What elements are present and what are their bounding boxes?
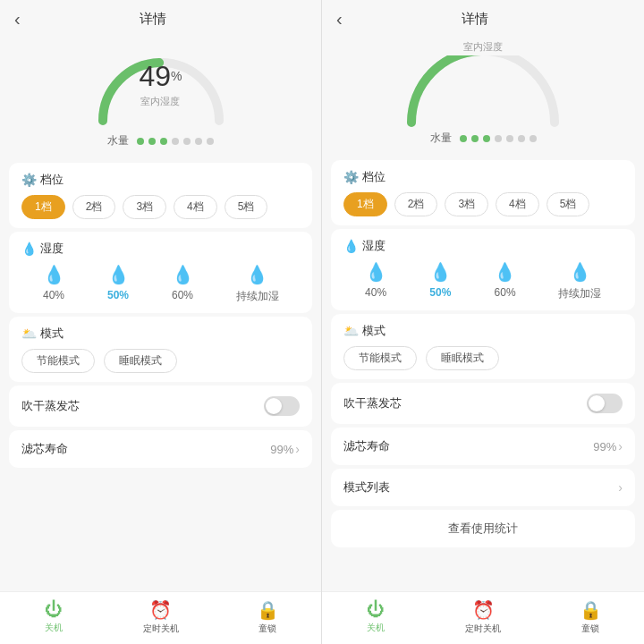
right-lock-icon: 🔒 [580,599,602,621]
right-filter-value-group: 99% › [593,439,623,453]
left-dot-5 [183,138,191,145]
left-hum-pct-60: 60% [172,289,193,301]
left-hum-40[interactable]: 💧 40% [43,264,65,304]
right-dot-3 [483,135,490,142]
right-mode-sleep[interactable]: 睡眠模式 [426,346,499,370]
right-hum-60[interactable]: 💧 60% [494,261,516,301]
right-dry-evap-toggle[interactable] [587,394,623,413]
left-hum-50[interactable]: 💧 50% [107,264,130,304]
left-bottom-nav: ⏻ 关机 ⏰ 定时关机 🔒 童锁 [0,591,321,644]
right-humidity-title: 💧 湿度 [343,238,623,254]
right-nav-lock-label: 童锁 [581,623,599,635]
left-hum-cont[interactable]: 💧 持续加湿 [236,264,279,304]
right-gear-btn-3[interactable]: 3档 [445,192,488,216]
left-hum-drop-50: 💧 [107,264,130,285]
left-gear-btn-5[interactable]: 5档 [225,195,268,219]
left-timer-icon: ⏰ [149,599,172,621]
right-power-icon: ⏻ [367,599,385,620]
right-dot-6 [518,135,525,142]
right-hum-40[interactable]: 💧 40% [365,261,387,301]
right-dot-1 [460,135,467,142]
left-nav-lock[interactable]: 🔒 童锁 [214,599,321,635]
right-back-button[interactable]: ‹ [336,9,343,30]
right-hum-50[interactable]: 💧 50% [429,261,452,301]
right-humidity-label: 湿度 [362,238,386,254]
left-panel: ‹ 详情 49% 室内湿度 水量 ⚙️ [0,0,322,644]
left-hum-pct-cont: 持续加湿 [236,289,279,304]
left-humidity-title: 💧 湿度 [21,241,300,257]
right-nav-timer[interactable]: ⏰ 定时关机 [429,599,537,635]
left-gear-btn-4[interactable]: 4档 [174,195,217,219]
right-nav-power[interactable]: ⏻ 关机 [322,599,429,635]
right-header-title: 详情 [462,11,488,28]
left-gauge-sublabel: 室内湿度 [139,95,182,108]
right-mode-list-arrow: › [618,480,623,495]
right-gear-btn-5[interactable]: 5档 [547,192,590,216]
gear-icon-left: ⚙️ [21,173,37,187]
right-header: ‹ 详情 [322,0,644,33]
left-dry-evap-label: 吹干蒸发芯 [21,398,80,414]
left-mode-sleep[interactable]: 睡眠模式 [104,349,177,373]
right-toggle-knob [589,395,605,411]
right-nav-timer-label: 定时关机 [465,623,501,635]
left-nav-power[interactable]: ⏻ 关机 [0,599,107,635]
left-gear-btn-1[interactable]: 1档 [21,195,65,219]
left-content: ⚙️ 档位 1档 2档 3档 4档 5档 💧 湿度 💧 40% [0,159,321,591]
right-mode-eco[interactable]: 节能模式 [343,346,417,370]
right-filter-value: 99% [593,440,616,453]
right-dot-2 [471,135,479,142]
left-mode-eco[interactable]: 节能模式 [21,349,95,373]
right-gauge-svg [394,55,572,127]
left-dot-7 [207,138,214,145]
left-mode-buttons: 节能模式 睡眠模式 [21,349,300,373]
right-hum-pct-50: 50% [429,286,451,299]
left-dry-evap-toggle[interactable] [264,396,300,416]
right-gear-label: 档位 [362,169,386,185]
left-gear-buttons: 1档 2档 3档 4档 5档 [21,195,300,219]
right-mode-list-row[interactable]: 模式列表 › [331,469,635,506]
right-filter-arrow: › [618,439,623,453]
left-nav-timer[interactable]: ⏰ 定时关机 [107,599,215,635]
right-hum-pct-cont: 持续加湿 [558,286,601,301]
right-mode-section: 🌥️ 模式 节能模式 睡眠模式 [331,314,635,379]
left-power-icon: ⏻ [45,599,63,620]
right-stats-button[interactable]: 查看使用统计 [331,510,635,547]
right-gauge-sublabel: 室内湿度 [463,40,503,54]
humidity-icon-right: 💧 [343,239,359,253]
left-gear-btn-3[interactable]: 3档 [123,195,166,219]
left-hum-drop-cont: 💧 [246,264,268,285]
left-water-label: 水量 [107,133,129,148]
left-mode-label: 模式 [40,326,64,342]
left-dry-evap-row: 吹干蒸发芯 [9,386,312,427]
left-gear-btn-2[interactable]: 2档 [72,195,116,219]
left-nav-lock-label: 童锁 [258,623,276,635]
left-mode-title: 🌥️ 模式 [21,326,300,342]
right-filter-label: 滤芯寿命 [343,438,390,454]
right-hum-drop-40: 💧 [365,261,387,283]
right-gear-btn-2[interactable]: 2档 [394,192,438,216]
left-dot-2 [148,138,156,145]
right-hum-pct-40: 40% [365,286,386,299]
right-dot-5 [506,135,513,142]
right-hum-drop-cont: 💧 [569,261,591,283]
right-nav-lock[interactable]: 🔒 童锁 [537,599,644,635]
right-gear-btn-1[interactable]: 1档 [343,192,387,216]
right-gear-buttons: 1档 2档 3档 4档 5档 [343,192,623,216]
right-gear-section: ⚙️ 档位 1档 2档 3档 4档 5档 [331,160,635,225]
right-filter-row[interactable]: 滤芯寿命 99% › [331,428,635,465]
right-dry-evap-row: 吹干蒸发芯 [331,383,635,424]
left-hum-drop-60: 💧 [172,264,194,285]
right-gear-btn-4[interactable]: 4档 [496,192,539,216]
left-filter-row[interactable]: 滤芯寿命 99% › [9,430,312,468]
left-gauge-center: 49% 室内湿度 [139,60,182,108]
left-back-button[interactable]: ‹ [14,9,21,30]
left-hum-60[interactable]: 💧 60% [172,264,194,304]
right-hum-pct-60: 60% [495,286,516,299]
right-water-label: 水量 [430,131,452,146]
right-bottom-nav: ⏻ 关机 ⏰ 定时关机 🔒 童锁 [322,591,644,644]
left-humidity-section: 💧 湿度 💧 40% 💧 50% 💧 60% 💧 持续加湿 [9,232,312,313]
left-mode-section: 🌥️ 模式 节能模式 睡眠模式 [9,317,312,382]
left-filter-value-group: 99% › [270,442,300,456]
right-hum-cont[interactable]: 💧 持续加湿 [558,261,601,301]
right-mode-label: 模式 [362,323,386,339]
